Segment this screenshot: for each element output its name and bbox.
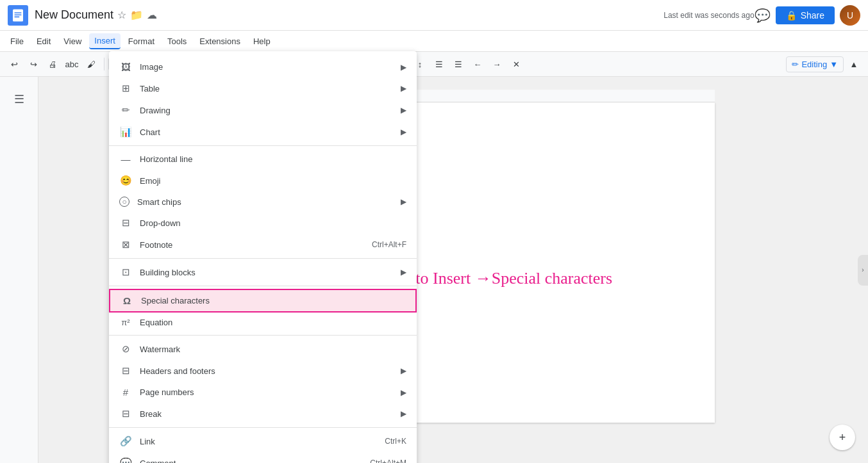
cloud-icon[interactable]: ☁: [147, 9, 157, 21]
horizontal-line-label: Horizontal line: [140, 154, 406, 164]
menu-item-chart[interactable]: 📊 Chart ▶: [109, 121, 417, 143]
paint-format-button[interactable]: 🖌: [82, 55, 100, 73]
arrow-icon: ▶: [401, 84, 406, 93]
menu-item-break[interactable]: ⊟ Break ▶: [109, 403, 417, 425]
editing-mode-selector[interactable]: ✏ Editing ▼: [786, 56, 844, 72]
dropdown-label: Drop-down: [140, 218, 406, 228]
share-label: Share: [801, 10, 824, 20]
share-button[interactable]: 🔒 Share: [776, 6, 835, 24]
equation-icon: π²: [119, 318, 132, 327]
menu-item-image[interactable]: 🖼 Image ▶: [109, 56, 417, 77]
dropdown-icon: ⊟: [119, 217, 132, 229]
indent-increase-button[interactable]: →: [488, 55, 506, 73]
lock-icon: 🔒: [786, 10, 797, 20]
chart-icon: 📊: [119, 126, 132, 138]
menu-group-4: Ω Special characters π² Equation: [109, 286, 417, 336]
menu-item-table[interactable]: ⊞ Table ▶: [109, 77, 417, 99]
svg-rect-4: [14, 16, 19, 17]
image-label: Image: [140, 62, 401, 72]
special-characters-icon: Ω: [121, 295, 133, 306]
menu-item-watermark[interactable]: ⊘ Watermark: [109, 338, 417, 360]
break-label: Break: [140, 409, 401, 419]
menu-item-tools[interactable]: Tools: [162, 34, 192, 49]
doc-title[interactable]: New Document ☆ 📁 ☁: [35, 8, 658, 22]
menu-item-building-blocks[interactable]: ⊡ Building blocks ▶: [109, 261, 417, 283]
menu-item-equation[interactable]: π² Equation: [109, 313, 417, 332]
headers-footers-label: Headers and footers: [140, 366, 401, 376]
menu-bar: File Edit View Insert Format Tools Exten…: [0, 31, 868, 51]
user-avatar[interactable]: U: [840, 5, 860, 26]
menu-item-dropdown[interactable]: ⊟ Drop-down: [109, 212, 417, 234]
pencil-icon: ✏: [792, 60, 799, 69]
menu-group-1: 🖼 Image ▶ ⊞ Table ▶ ✏ Drawing ▶ 📊 Chart …: [109, 54, 417, 146]
folder-icon[interactable]: 📁: [130, 9, 143, 21]
special-characters-label: Special characters: [141, 296, 405, 305]
left-sidebar: ☰: [0, 77, 38, 463]
emoji-label: Emoji: [140, 176, 406, 186]
indent-decrease-button[interactable]: ←: [469, 55, 487, 73]
table-icon: ⊞: [119, 83, 132, 94]
menu-item-view[interactable]: View: [58, 34, 87, 49]
menu-item-special-characters[interactable]: Ω Special characters: [109, 289, 417, 313]
collapse-toolbar-button[interactable]: ▲: [845, 55, 863, 73]
title-bar-right: 💬 🔒 Share U: [755, 5, 860, 26]
watermark-label: Watermark: [140, 345, 406, 354]
menu-item-drawing[interactable]: ✏ Drawing ▶: [109, 99, 417, 121]
menu-item-smart-chips[interactable]: ○ Smart chips ▶: [109, 191, 417, 212]
chart-label: Chart: [140, 127, 401, 137]
svg-rect-3: [14, 14, 21, 15]
menu-item-link[interactable]: 🔗 Link Ctrl+K: [109, 430, 417, 452]
undo-button[interactable]: ↩: [5, 55, 23, 73]
page-numbers-icon: #: [119, 387, 132, 398]
watermark-icon: ⊘: [119, 343, 132, 355]
menu-item-format[interactable]: Format: [123, 34, 160, 49]
menu-item-comment[interactable]: 💬 Comment Ctrl+Alt+M: [109, 452, 417, 463]
menu-item-page-numbers[interactable]: # Page numbers ▶: [109, 382, 417, 403]
star-icon[interactable]: ☆: [117, 9, 126, 21]
equation-label: Equation: [140, 318, 406, 327]
menu-item-extensions[interactable]: Extensions: [194, 34, 246, 49]
comment-label: Comment: [140, 459, 370, 464]
menu-item-insert[interactable]: Insert: [89, 33, 121, 49]
building-blocks-label: Building blocks: [140, 268, 401, 277]
menu-item-footnote[interactable]: ⊠ Footnote Ctrl+Alt+F: [109, 234, 417, 256]
comment-shortcut: Ctrl+Alt+M: [370, 459, 406, 463]
table-label: Table: [140, 84, 401, 93]
break-icon: ⊟: [119, 408, 132, 419]
arrow-icon: ▶: [401, 127, 406, 136]
chat-icon[interactable]: 💬: [755, 8, 771, 23]
doc-title-text[interactable]: New Document: [35, 8, 113, 22]
list-button[interactable]: ☰: [430, 55, 448, 73]
smart-chips-icon: ○: [119, 197, 129, 207]
arrow-icon: ▶: [401, 63, 406, 72]
emoji-icon: 😊: [119, 175, 132, 186]
footnote-icon: ⊠: [119, 239, 132, 250]
page-nav-icon[interactable]: ☰: [9, 87, 29, 111]
last-edit-text: Last edit was seconds ago: [664, 11, 754, 20]
building-blocks-icon: ⊡: [119, 266, 132, 278]
print-button[interactable]: 🖨: [44, 55, 62, 73]
menu-item-emoji[interactable]: 😊 Emoji: [109, 170, 417, 191]
svg-rect-2: [14, 12, 21, 13]
horizontal-line-icon: —: [119, 154, 132, 165]
zoom-button[interactable]: +: [830, 425, 855, 450]
right-collapse-button[interactable]: ›: [858, 255, 868, 286]
menu-item-headers-footers[interactable]: ⊟ Headers and footers ▶: [109, 360, 417, 382]
numbered-list-button[interactable]: ☰: [449, 55, 467, 73]
footnote-shortcut: Ctrl+Alt+F: [372, 240, 406, 249]
menu-item-file[interactable]: File: [5, 34, 29, 49]
redo-button[interactable]: ↪: [24, 55, 42, 73]
clear-format-button[interactable]: ✕: [507, 55, 525, 73]
menu-item-horizontal-line[interactable]: — Horizontal line: [109, 149, 417, 170]
spellcheck-button[interactable]: abc: [63, 55, 81, 73]
menu-group-2: — Horizontal line 😊 Emoji ○ Smart chips …: [109, 146, 417, 259]
menu-item-help[interactable]: Help: [248, 34, 276, 49]
comment-icon: 💬: [119, 457, 132, 463]
image-icon: 🖼: [119, 61, 132, 72]
insert-dropdown-menu: 🖼 Image ▶ ⊞ Table ▶ ✏ Drawing ▶ 📊 Chart …: [109, 51, 417, 463]
headers-footers-icon: ⊟: [119, 365, 132, 377]
footnote-label: Footnote: [140, 240, 372, 250]
arrow-icon: ▶: [401, 366, 406, 375]
menu-item-edit[interactable]: Edit: [31, 34, 56, 49]
arrow-icon: ▶: [401, 409, 406, 418]
